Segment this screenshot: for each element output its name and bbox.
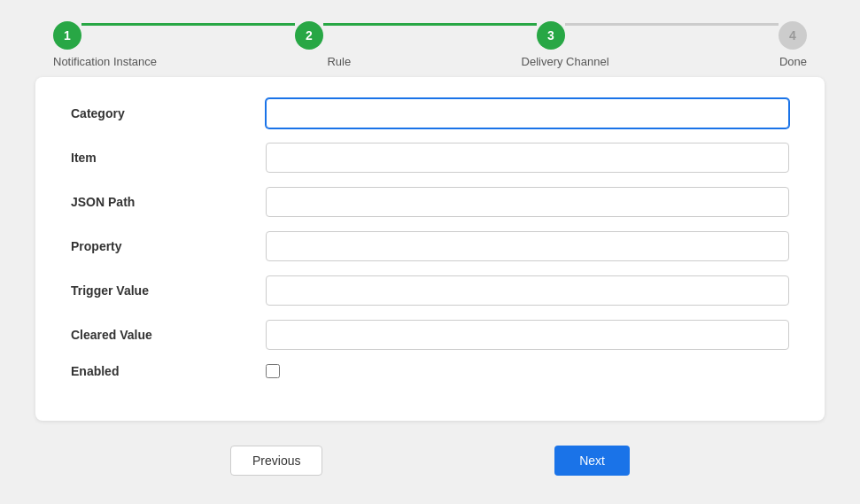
step-1-circle: 1	[53, 21, 81, 50]
trigger-value-row: Trigger Value	[71, 275, 789, 306]
step-2: 2	[295, 21, 323, 50]
step-2-circle: 2	[295, 21, 323, 50]
step-2-number: 2	[306, 28, 313, 43]
connector-2	[323, 23, 537, 26]
previous-button[interactable]: Previous	[230, 446, 322, 476]
enabled-row: Enabled	[71, 364, 789, 378]
property-row: Property	[71, 231, 789, 261]
step-1-label: Notification Instance	[53, 55, 157, 68]
json-path-input[interactable]	[266, 187, 789, 217]
item-input[interactable]	[266, 143, 789, 173]
step-4-number: 4	[789, 28, 796, 43]
stepper-labels-row: Notification Instance Rule Delivery Chan…	[53, 55, 807, 68]
json-path-row: JSON Path	[71, 187, 789, 217]
step-4: 4	[779, 21, 807, 50]
step-3: 3	[537, 21, 565, 50]
connector-3	[565, 23, 779, 26]
step-3-circle: 3	[537, 21, 565, 50]
next-button[interactable]: Next	[554, 446, 630, 476]
cleared-value-label: Cleared Value	[71, 328, 266, 342]
stepper: 1 2 3 4 Notification Instance	[0, 0, 860, 77]
property-input[interactable]	[266, 231, 789, 261]
json-path-label: JSON Path	[71, 195, 266, 209]
stepper-circles-row: 1 2 3 4	[53, 21, 807, 50]
step-4-circle: 4	[779, 21, 807, 50]
item-row: Item	[71, 143, 789, 173]
connector-1	[81, 23, 295, 26]
form-card: Category Item JSON Path Property Trigger…	[35, 77, 825, 421]
step-1: 1	[53, 21, 81, 50]
step-2-label: Rule	[327, 55, 351, 68]
enabled-label: Enabled	[71, 364, 266, 378]
trigger-value-label: Trigger Value	[71, 283, 266, 298]
cleared-value-row: Cleared Value	[71, 320, 789, 350]
item-label: Item	[71, 151, 266, 165]
category-input[interactable]	[266, 98, 789, 128]
step-3-label: Delivery Channel	[522, 55, 609, 68]
step-4-label: Done	[779, 55, 807, 68]
step-1-number: 1	[64, 28, 71, 43]
trigger-value-input[interactable]	[266, 275, 789, 306]
enabled-checkbox[interactable]	[266, 364, 280, 378]
category-row: Category	[71, 98, 789, 128]
button-row: Previous Next	[0, 428, 860, 493]
cleared-value-input[interactable]	[266, 320, 789, 350]
category-label: Category	[71, 106, 266, 120]
step-3-number: 3	[547, 28, 554, 43]
property-label: Property	[71, 239, 266, 253]
